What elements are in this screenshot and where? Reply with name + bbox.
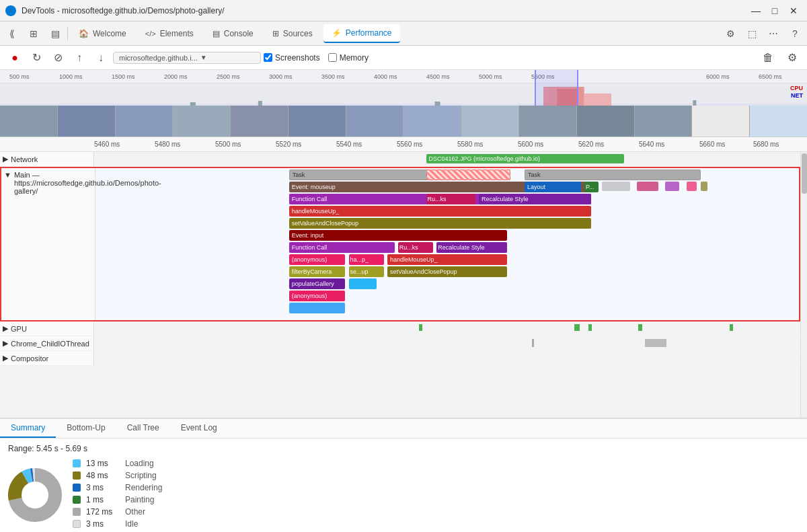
timeline-container: 5460 ms 5480 ms 5500 ms 5520 ms 5540 ms … [0,137,807,418]
se-up-bar: se...up [349,266,384,277]
chrome-child-track-label[interactable]: ▶ Chrome_ChildIOThread [0,336,94,350]
url-text: microsoftedge.github.i... [119,54,198,62]
reload-button[interactable]: ↻ [27,48,46,67]
bottom-panel: Summary Bottom-Up Call Tree Event Log Ra… [0,418,807,532]
summary-row-idle: 3 ms Idle [73,519,799,529]
gpu-track-content [94,321,800,336]
task-right-3 [665,182,679,191]
screenshot-thumb [173,106,231,137]
ruler2-5640: 5640 ms [639,141,664,148]
back-forward-icon[interactable]: ⟪ [3,24,22,43]
chrome-child-expand-icon: ▶ [3,339,8,348]
sources-icon: ⊞ [272,29,279,38]
screenshot-thumb [404,106,461,137]
memory-label: Memory [340,53,369,63]
download-button[interactable]: ↓ [91,48,110,67]
tab-elements[interactable]: </> Elements [137,24,202,43]
summary-row-painting: 1 ms Painting [73,495,799,504]
chrome-child-track-row: ▶ Chrome_ChildIOThread [0,336,800,351]
maximize-button[interactable]: □ [767,4,783,17]
painting-dot [73,496,81,504]
loading-ms: 13 ms [86,459,120,468]
ruler-tick-3500: 3500 ms [321,73,345,80]
network-bar-label: DSC04162.JPG (microsoftedge.github.io) [426,155,541,162]
network-track-label[interactable]: ▶ Network [0,152,94,166]
screenshot-thumb [116,106,174,137]
main-track-row: ▼ Main — https://microsoftedge.github.io… [0,167,800,321]
ruler2-5520: 5520 ms [276,141,301,148]
loading-dot [73,459,81,467]
clear-button[interactable]: ⊘ [48,48,67,67]
tracks-scrollbar-thumb[interactable] [802,153,807,194]
rendering-dot [73,484,81,492]
anon-bar-2: (anonymous) [289,291,346,301]
cast-icon[interactable]: ⬚ [742,24,761,43]
url-area: microsoftedge.github.i... ▼ [113,52,261,64]
set-value-bar-1: setValueAndClosePopup [289,218,592,229]
tab-event-log[interactable]: Event Log [170,419,228,438]
close-button[interactable]: ✕ [785,4,802,17]
console-icon: ▤ [213,29,220,38]
scripting-ms: 48 ms [86,471,120,480]
tab-welcome[interactable]: 🏠 Welcome [71,24,134,43]
gpu-expand-icon: ▶ [3,324,8,333]
gpu-track-row: ▶ GPU [0,321,800,336]
ruler-tick-2000: 2000 ms [164,73,188,80]
title-text: DevTools - microsoftedge.github.io/Demos… [22,6,742,15]
screenshots-checkbox[interactable] [264,53,272,62]
compositor-label-text: Compositor [11,354,48,363]
range-label: Range: 5.45 s - 5.69 s [8,444,799,453]
screenshot-thumb [346,106,404,137]
tracks-scrollbar[interactable] [800,152,807,418]
task-right-1 [602,182,630,191]
ruler-tick-3000: 3000 ms [269,73,293,80]
main-expand-icon: ▼ [4,171,11,179]
idle-ms: 3 ms [86,519,120,529]
screenshots-label: Screenshots [275,53,320,63]
timeline-overview[interactable]: 500 ms 1000 ms 1500 ms 2000 ms 2500 ms 3… [0,70,807,137]
url-dropdown-icon[interactable]: ▼ [200,54,207,61]
main-track-label[interactable]: ▼ Main — https://microsoftedge.github.io… [1,168,95,320]
trash-button[interactable]: 🗑 [759,48,777,67]
ruks-bar: Ru...ks [426,194,475,204]
ruler-tick-6500: 6500 ms [759,73,782,80]
more-tabs-icon[interactable]: ⋯ [764,24,783,43]
layout-bar: Layout [525,182,581,192]
minimize-button[interactable]: — [748,4,764,17]
summary-items: 13 ms Loading 48 ms Scripting 3 ms Rende… [73,459,799,531]
other-dot [73,508,81,516]
ruler-tick-4500: 4500 ms [426,73,450,80]
gpu-track-label[interactable]: ▶ GPU [0,321,94,336]
compositor-track-label[interactable]: ▶ Compositor [0,351,94,365]
tab-group-left: ⟪ ⊞ ▤ 🏠 Welcome </> Elements ▤ Console ⊞… [3,24,400,43]
screenshot-thumb [0,106,58,137]
tab-summary[interactable]: Summary [0,419,56,438]
dock-icon[interactable]: ⊞ [24,24,43,43]
memory-checkbox[interactable] [328,53,337,62]
tracks-scroll-area[interactable]: ▶ Network DSC04162.JPG (microsoftedge.gi… [0,152,800,418]
sidebar-icon[interactable]: ▤ [46,24,65,43]
tab-call-tree[interactable]: Call Tree [116,419,170,438]
ruler-tick-4000: 4000 ms [374,73,397,80]
toolbar-settings-button[interactable]: ⚙ [783,48,802,67]
tab-bottom-up[interactable]: Bottom-Up [56,419,116,438]
pie-chart [8,468,62,522]
tab-sources[interactable]: ⊞ Sources [264,24,321,43]
gpu-bar-5 [730,324,733,331]
help-icon[interactable]: ? [785,24,804,43]
summary-row-other: 172 ms Other [73,507,799,517]
tab-performance[interactable]: ⚡ Performance [323,24,400,43]
record-button[interactable]: ● [5,48,24,67]
upload-button[interactable]: ↑ [70,48,89,67]
tab-console[interactable]: ▤ Console [204,24,262,43]
ruler2-5500: 5500 ms [215,141,241,148]
tab-sources-label: Sources [283,29,313,38]
tab-bar: ⟪ ⊞ ▤ 🏠 Welcome </> Elements ▤ Console ⊞… [0,22,807,46]
timeline-ruler-2: 5460 ms 5480 ms 5500 ms 5520 ms 5540 ms … [0,137,807,152]
anon-bar-1: (anonymous) [289,254,346,265]
ruler2-5560: 5560 ms [397,141,422,148]
ruler2-5620: 5620 ms [578,141,604,148]
pie-svg [8,468,62,522]
summary-row-loading: 13 ms Loading [73,459,799,468]
settings-tab-icon[interactable]: ⚙ [721,24,740,43]
